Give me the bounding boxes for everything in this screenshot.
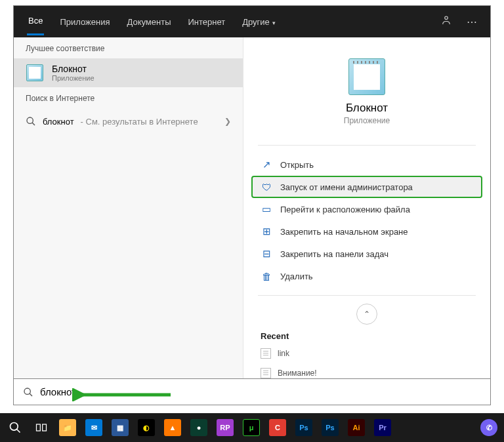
taskbar-app-rp[interactable]: RP	[213, 415, 238, 440]
action-open-label: Открыть	[280, 160, 314, 170]
taskbar-app-photoshop2[interactable]: Ps	[318, 415, 343, 440]
search-tabs-header: Все Приложения Документы Интернет Другие…	[14, 6, 490, 37]
action-run-as-admin-label: Запуск от имени администратора	[280, 182, 413, 192]
taskbar: 📁 ✉ ▦ ◐ ▲ ● RP μ C Ps Ps Ai Pr ✆	[0, 413, 504, 442]
preview-pane: Блокнот Приложение ↗ Открыть 🛡 Запуск от…	[243, 37, 490, 378]
taskbar-app-green[interactable]: ●	[186, 415, 211, 440]
taskbar-app-premiere[interactable]: Pr	[370, 415, 395, 440]
web-result-term: блокнот	[43, 117, 74, 127]
action-uninstall-label: Удалить	[280, 271, 313, 281]
tab-all[interactable]: Все	[27, 8, 44, 35]
more-options-icon[interactable]: ⋯	[467, 16, 477, 28]
pin-start-icon: ⊞	[261, 226, 272, 237]
svg-line-7	[17, 430, 20, 433]
svg-rect-8	[37, 424, 41, 431]
action-open-location-label: Перейти к расположению файла	[280, 205, 410, 214]
tab-more[interactable]: Другие▾	[241, 9, 277, 35]
best-match-label: Лучшее соответствие	[14, 37, 243, 58]
recent-item[interactable]: Внимание!	[243, 363, 490, 378]
taskbar-search-button[interactable]	[3, 415, 28, 440]
preview-title: Блокнот	[243, 102, 490, 115]
action-run-as-admin[interactable]: 🛡 Запуск от имени администратора	[251, 176, 482, 198]
document-icon	[261, 368, 271, 378]
taskbar-app-calculator[interactable]: ▦	[108, 415, 133, 440]
notepad-icon	[26, 64, 44, 82]
svg-rect-9	[43, 424, 47, 431]
svg-point-1	[27, 117, 33, 123]
taskbar-app-yandex[interactable]: ◐	[134, 415, 159, 440]
svg-point-6	[10, 423, 18, 431]
taskbar-app-viber[interactable]: ✆	[476, 415, 501, 440]
action-uninstall[interactable]: 🗑 Удалить	[251, 265, 482, 287]
divider	[258, 295, 476, 296]
chevron-down-icon: ▾	[272, 20, 276, 26]
svg-line-2	[32, 123, 35, 125]
taskbar-taskview-button[interactable]	[29, 415, 54, 440]
feedback-icon[interactable]	[440, 14, 452, 29]
web-result-hint: - См. результаты в Интернете	[81, 117, 198, 127]
result-title: Блокнот	[52, 64, 94, 74]
notepad-large-icon	[348, 58, 385, 95]
taskbar-app-illustrator[interactable]: Ai	[344, 415, 369, 440]
search-panel: Все Приложения Документы Интернет Другие…	[13, 5, 491, 379]
recent-label: Recent	[243, 326, 490, 344]
result-notepad[interactable]: Блокнот Приложение	[14, 58, 243, 87]
action-open-file-location[interactable]: ▭ Перейти к расположению файла	[251, 198, 482, 220]
action-pin-start[interactable]: ⊞ Закрепить на начальном экране	[251, 220, 482, 243]
search-input[interactable]	[40, 386, 481, 397]
svg-point-0	[445, 16, 448, 20]
pin-taskbar-icon: ⊟	[261, 248, 272, 260]
open-icon: ↗	[261, 159, 272, 171]
taskbar-app-avast[interactable]: ▲	[160, 415, 185, 440]
tab-documents[interactable]: Документы	[125, 9, 172, 35]
taskbar-app-mail[interactable]: ✉	[81, 415, 106, 440]
result-subtitle: Приложение	[52, 74, 94, 82]
document-icon	[261, 348, 271, 359]
action-pin-taskbar-label: Закрепить на панели задач	[280, 249, 388, 259]
expand-up-button[interactable]: ⌃	[356, 304, 377, 325]
results-sidebar: Лучшее соответствие Блокнот Приложение П…	[14, 37, 243, 378]
action-pin-taskbar[interactable]: ⊟ Закрепить на панели задач	[251, 243, 482, 265]
tab-apps[interactable]: Приложения	[58, 9, 111, 35]
taskbar-app-utorrent[interactable]: μ	[239, 415, 264, 440]
admin-shield-icon: 🛡	[261, 181, 272, 193]
search-icon	[26, 116, 36, 127]
taskbar-app-ccleaner[interactable]: C	[265, 415, 290, 440]
search-bar[interactable]	[13, 379, 491, 405]
divider	[258, 145, 476, 146]
web-result-row[interactable]: блокнот - См. результаты в Интернете ❯	[14, 108, 243, 134]
action-open[interactable]: ↗ Открыть	[251, 153, 482, 176]
svg-point-3	[24, 388, 30, 394]
chevron-right-icon: ❯	[224, 117, 231, 126]
recent-item-label: Внимание!	[278, 369, 317, 378]
trash-icon: 🗑	[261, 270, 272, 282]
search-icon	[23, 387, 33, 397]
tab-web[interactable]: Интернет	[186, 9, 226, 35]
recent-item[interactable]: link	[243, 344, 490, 363]
svg-line-4	[30, 393, 32, 396]
action-pin-start-label: Закрепить на начальном экране	[280, 227, 408, 237]
recent-item-label: link	[278, 349, 289, 358]
taskbar-app-explorer[interactable]: 📁	[55, 415, 80, 440]
web-search-label: Поиск в Интернете	[14, 87, 243, 108]
preview-subtitle: Приложение	[243, 116, 490, 125]
folder-icon: ▭	[261, 203, 272, 215]
taskbar-app-photoshop[interactable]: Ps	[291, 415, 316, 440]
